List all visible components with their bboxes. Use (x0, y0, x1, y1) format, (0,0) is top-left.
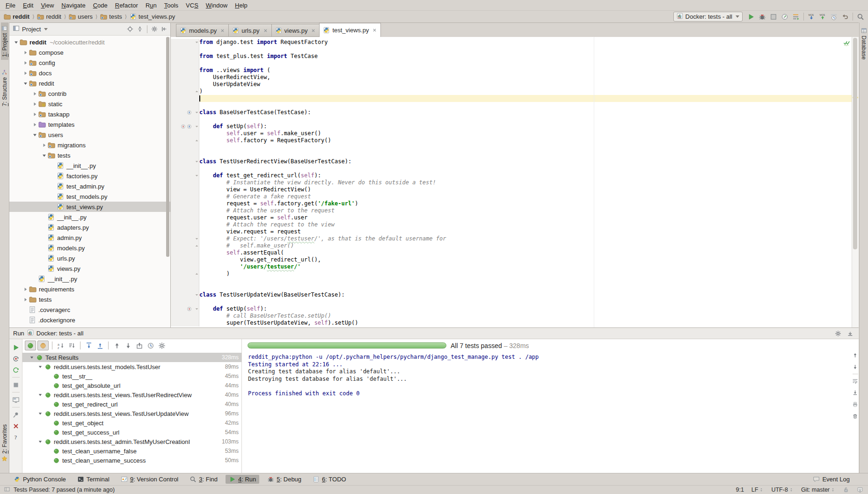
lock-button[interactable] (843, 487, 849, 493)
menu-window[interactable]: Window (202, 2, 231, 9)
clock-button[interactable] (146, 341, 155, 350)
expand-all-button[interactable] (84, 341, 94, 350)
profiler-button[interactable] (779, 12, 790, 22)
menu-help[interactable]: Help (231, 2, 251, 9)
gut-up-icon[interactable] (187, 306, 192, 312)
tree-item-compose[interactable]: compose (9, 47, 170, 58)
tree-item-migrations[interactable]: migrations (9, 140, 170, 150)
toolwindow-python-console[interactable]: Python Console (10, 475, 69, 484)
tree-item-coveragerc[interactable]: .coveragerc (9, 305, 170, 315)
fold-open-icon[interactable] (195, 174, 199, 178)
fold-end-icon[interactable] (195, 244, 199, 248)
arrow-down-button[interactable] (123, 341, 133, 350)
test-row-test-results[interactable]: Test Results328ms (22, 353, 241, 362)
sort-az-button[interactable]: az (56, 341, 66, 350)
rerun-failed-button[interactable] (10, 353, 22, 364)
test-row-reddit-users-tests-test-models-testuser[interactable]: reddit.users.tests.test_models.TestUser8… (22, 362, 241, 371)
arrow-up-button[interactable] (112, 341, 122, 350)
vcs-update-button[interactable]: VCS (806, 12, 817, 22)
run-config-select[interactable]: dj Docker: tests - all (673, 12, 743, 22)
tree-item-test-models-py[interactable]: test_models.py (9, 191, 170, 202)
debug-button[interactable] (757, 12, 768, 22)
test-row-test-get-object[interactable]: test_get_object42ms (22, 418, 241, 428)
test-row-reddit-users-tests-test-views-testuserupdateview[interactable]: reddit.users.tests.test_views.TestUserUp… (22, 409, 241, 418)
tree-item-test-admin-py[interactable]: test_admin.py (9, 181, 170, 191)
toolwindow-terminal[interactable]: Terminal (74, 475, 113, 484)
test-row-reddit-users-tests-test-views-testuserredirectview[interactable]: reddit.users.tests.test_views.TestUserRe… (22, 390, 241, 400)
close-icon[interactable] (372, 28, 377, 33)
code-editor[interactable]: from django.test import RequestFactoryfr… (171, 37, 852, 327)
test-row-test-get-redirect-url[interactable]: test_get_redirect_url40ms (22, 400, 241, 409)
tri-right-icon[interactable] (22, 70, 29, 76)
gear-button[interactable] (157, 341, 167, 350)
test-row-test-clean-username-success[interactable]: test_clean_username_success50ms (22, 456, 241, 465)
run-button[interactable] (10, 342, 22, 353)
close-icon[interactable] (220, 28, 225, 33)
status-9-1[interactable]: 9:1 (736, 487, 744, 493)
tri-down-icon[interactable] (41, 153, 47, 159)
tool-strip-2-favorites[interactable]: 2: Favorites (1, 421, 8, 465)
test-row-test-str[interactable]: test__str__45ms (22, 371, 241, 381)
menu-tools[interactable]: Tools (160, 2, 182, 9)
menu-code[interactable]: Code (89, 2, 111, 9)
tri-right-icon[interactable] (22, 60, 29, 66)
menu-view[interactable]: View (37, 2, 58, 9)
ignored-ball-button[interactable] (37, 341, 49, 350)
collapse-tests-button[interactable] (95, 341, 105, 350)
gear-button[interactable] (150, 24, 159, 34)
tab-test-views-py[interactable]: test_views.py (319, 23, 381, 37)
tri-right-icon[interactable] (32, 122, 38, 128)
close-icon[interactable] (311, 28, 316, 33)
ok-ball-button[interactable] (25, 341, 36, 350)
breadcrumb-users[interactable]: users (69, 13, 93, 20)
tri-down-icon[interactable] (37, 364, 43, 370)
tree-item-init-py[interactable]: __init__.py (9, 212, 170, 222)
toolwindow-event-log[interactable]: Event Log (810, 475, 853, 484)
tri-right-icon[interactable] (22, 297, 29, 303)
export-button[interactable] (134, 341, 144, 350)
tri-down-icon[interactable] (37, 439, 43, 444)
help-button[interactable]: ? (10, 432, 22, 443)
search-button[interactable] (855, 12, 866, 22)
close-icon[interactable] (263, 28, 268, 33)
tri-down-icon[interactable] (22, 80, 29, 87)
locate-button[interactable] (125, 24, 135, 34)
clear-button[interactable] (852, 413, 858, 419)
breadcrumb-test-views-py[interactable]: test_views.py (130, 13, 175, 20)
tree-item-tests[interactable]: tests (9, 294, 170, 305)
menu-file[interactable]: File (2, 2, 19, 9)
undo-button[interactable] (839, 12, 851, 22)
close-button[interactable] (10, 421, 22, 431)
tree-item-reddit[interactable]: reddit~/cookiecutter/reddit (9, 37, 170, 47)
tree-item-views-py[interactable]: views.py (9, 263, 170, 274)
status-git-master[interactable]: Git: master (801, 487, 835, 493)
scrollend-button[interactable] (852, 390, 858, 396)
menu-run[interactable]: Run (142, 2, 160, 9)
menu-vcs[interactable]: VCS (182, 2, 202, 9)
test-list-button[interactable] (790, 12, 802, 22)
tree-item-adapters-py[interactable]: adapters.py (9, 222, 170, 232)
tool-strip-1-project[interactable]: 1: Project (1, 22, 8, 60)
fold-open-icon[interactable] (195, 124, 199, 129)
tri-right-icon[interactable] (32, 111, 38, 117)
test-row-reddit-users-tests-test-admin-testmyusercreationi[interactable]: reddit.users.tests.test_admin.TestMyUser… (22, 437, 241, 446)
tri-right-icon[interactable] (32, 91, 38, 97)
tri-down-icon[interactable] (29, 355, 35, 360)
run-button[interactable] (745, 12, 757, 22)
hide-left-button[interactable] (160, 24, 169, 34)
toolwindow-4-run[interactable]: 4: Run (226, 475, 259, 484)
fold-end-icon[interactable] (195, 272, 199, 276)
toolwindow-9-version-control[interactable]: 9: Version Control (117, 475, 182, 484)
tree-item-factories-py[interactable]: factories.py (9, 171, 170, 181)
arrow-up-button[interactable] (852, 352, 858, 358)
tree-item-init-py[interactable]: __init__.py (9, 160, 170, 171)
test-row-test-clean-username-false[interactable]: test_clean_username_false53ms (22, 446, 241, 456)
fold-open-icon[interactable] (195, 307, 199, 311)
tree-item-contrib[interactable]: contrib (9, 88, 170, 99)
tree-item-config[interactable]: config (9, 58, 170, 68)
tool-strip-7-structure[interactable]: 7: Structure (1, 66, 8, 109)
gut-down-icon[interactable] (187, 124, 192, 129)
tri-down-icon[interactable] (32, 132, 38, 138)
test-console-pane[interactable]: All 7 tests passed – 328ms reddit_pycha:… (242, 339, 852, 473)
tree-item-dockerignore[interactable]: .dockerignore (9, 315, 170, 325)
